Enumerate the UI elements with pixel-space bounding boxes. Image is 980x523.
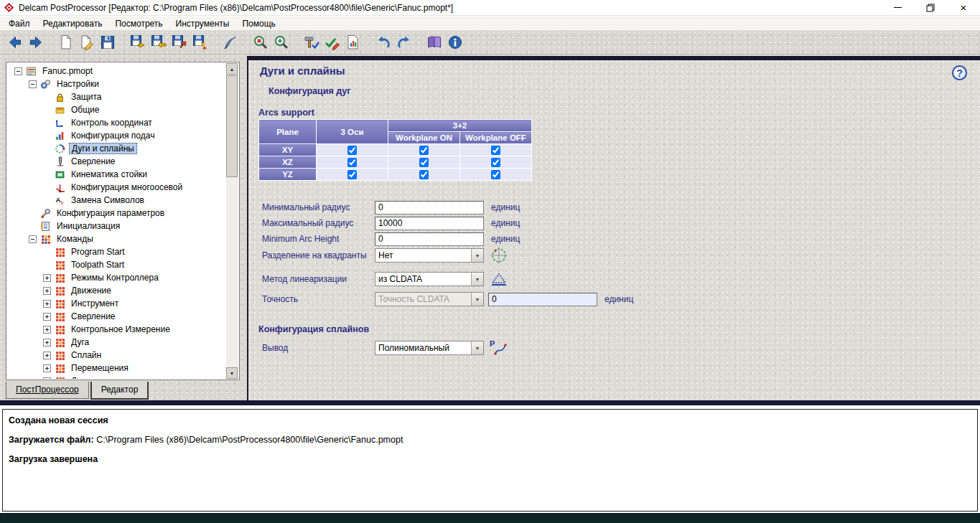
- document-edit-button[interactable]: [76, 33, 97, 52]
- tree-item[interactable]: Кинематика стойки: [7, 168, 226, 181]
- tree-item[interactable]: Общие: [7, 103, 226, 116]
- arc-support-checkbox[interactable]: [491, 158, 500, 167]
- transfer-file-button[interactable]: [190, 33, 210, 52]
- tree-item[interactable]: Настройки: [7, 77, 226, 90]
- arc-support-checkbox[interactable]: [419, 158, 429, 167]
- plus-expander[interactable]: [43, 300, 51, 308]
- toolbar-separator: [291, 34, 301, 51]
- tree-scrollbar[interactable]: ▲ ▼: [226, 63, 238, 379]
- forward-button[interactable]: [25, 33, 46, 52]
- tree-item[interactable]: Сверление: [7, 310, 226, 323]
- export-file-button[interactable]: [169, 33, 190, 52]
- tree-item[interactable]: Другие: [7, 374, 226, 379]
- tree-item[interactable]: Замена Символов: [7, 194, 226, 207]
- arc-support-checkbox[interactable]: [419, 170, 429, 179]
- tree-item[interactable]: Защита: [7, 90, 226, 103]
- menu-bar: ФайлРедактироватьПосмотретьИнструментыПо…: [0, 17, 980, 31]
- min-arc-height-input[interactable]: [375, 232, 484, 246]
- tools-apply-button[interactable]: [301, 33, 322, 52]
- tree-item[interactable]: Контрольное Измерение: [7, 323, 226, 336]
- tree-item[interactable]: Сверление: [7, 155, 226, 168]
- minimize-button[interactable]: [881, 0, 914, 15]
- preview-small-button[interactable]: [250, 33, 271, 52]
- plus-expander[interactable]: [43, 326, 51, 334]
- scroll-down-button[interactable]: ▼: [226, 367, 238, 379]
- expander-spacer: [43, 119, 51, 127]
- tree-item[interactable]: Program Start: [7, 245, 226, 258]
- tree-item[interactable]: Конфигурация параметров: [7, 207, 226, 220]
- menu-item[interactable]: Инструменты: [169, 17, 236, 30]
- menu-item[interactable]: Посмотреть: [108, 17, 169, 30]
- tree-item[interactable]: Дуги и сплайны: [7, 142, 226, 155]
- plus-expander[interactable]: [43, 339, 51, 347]
- tree-item[interactable]: Сплайн: [7, 349, 226, 362]
- tree-item[interactable]: Контроль координат: [7, 116, 226, 129]
- tree-item[interactable]: Fanuc.pmopt: [7, 65, 226, 77]
- arcs-support-table: Plane 3 Оси 3+2 Workplane ON Workplane O…: [258, 119, 532, 181]
- tolerance-value-input[interactable]: [488, 293, 597, 306]
- minus-expander[interactable]: [14, 67, 22, 75]
- tab-editor[interactable]: Редактор: [90, 382, 149, 400]
- plus-expander[interactable]: [43, 313, 51, 321]
- scrollbar-thumb[interactable]: [226, 75, 238, 177]
- restore-icon: [926, 4, 935, 12]
- plus-expander[interactable]: [43, 274, 51, 282]
- tree-item[interactable]: Команды: [7, 232, 226, 245]
- arc-support-checkbox[interactable]: [419, 146, 429, 155]
- tree-item[interactable]: Toolpath Start: [7, 258, 226, 271]
- min-radius-input[interactable]: [375, 201, 484, 215]
- menu-item[interactable]: Помощь: [235, 17, 281, 30]
- close-button[interactable]: ×: [947, 0, 980, 15]
- write-file-button[interactable]: [220, 33, 241, 52]
- quadrant-split-select[interactable]: Нет ▼: [375, 248, 484, 263]
- new-document-button[interactable]: [55, 33, 76, 52]
- tree-item[interactable]: Инициализация: [7, 220, 226, 232]
- minus-expander[interactable]: [29, 80, 37, 88]
- linearization-select[interactable]: из CLDATA ▼: [375, 272, 484, 286]
- plus-expander[interactable]: [43, 364, 51, 372]
- tab-postprocessor[interactable]: ПостПроцессор: [6, 382, 89, 399]
- arc-support-checkbox[interactable]: [347, 170, 357, 179]
- minus-expander[interactable]: [29, 235, 37, 243]
- tree-item[interactable]: Конфигурация многоосевой: [7, 181, 226, 194]
- tree-item[interactable]: Инструмент: [7, 297, 226, 310]
- arc-support-checkbox[interactable]: [347, 158, 357, 167]
- units-label: единиц: [491, 202, 520, 212]
- tree-item[interactable]: Перемещения: [7, 362, 226, 374]
- tree-item[interactable]: Режимы Контроллера: [7, 271, 226, 284]
- help-button[interactable]: ?: [952, 65, 967, 80]
- arc-support-checkbox[interactable]: [491, 170, 500, 179]
- tree-item[interactable]: Конфигурация подач: [7, 129, 226, 142]
- expander-spacer: [29, 209, 37, 217]
- tree-item-label: Дуги и сплайны: [69, 143, 137, 154]
- check-edit-button[interactable]: [322, 33, 342, 52]
- plus-expander[interactable]: [43, 352, 51, 359]
- preview-large-button[interactable]: [271, 33, 291, 52]
- drilling-icon: [55, 156, 65, 167]
- plus-expander[interactable]: [43, 377, 51, 380]
- redo-button[interactable]: [393, 33, 414, 52]
- units-label: единиц: [491, 218, 520, 228]
- maximize-button[interactable]: [914, 0, 947, 15]
- undo-button[interactable]: [373, 33, 393, 52]
- multiaxis-icon: [55, 182, 65, 193]
- max-radius-input[interactable]: [375, 217, 484, 230]
- scroll-up-button[interactable]: ▲: [226, 63, 238, 75]
- tree-item[interactable]: Движение: [7, 284, 226, 297]
- manual-book-button[interactable]: [424, 33, 444, 52]
- save-document-button[interactable]: [97, 33, 118, 52]
- back-button[interactable]: [4, 33, 25, 52]
- report-document-button[interactable]: [342, 33, 363, 52]
- menu-item[interactable]: Редактировать: [37, 17, 109, 30]
- plus-expander[interactable]: [43, 287, 51, 295]
- tolerance-source-select[interactable]: Точность CLDATA ▼: [375, 292, 484, 306]
- arc-support-checkbox[interactable]: [347, 146, 357, 155]
- import-file-icon: [150, 34, 167, 51]
- about-info-button[interactable]: [444, 33, 465, 52]
- save-session-button[interactable]: [127, 33, 148, 52]
- spline-output-select[interactable]: Полиномиальный ▼: [375, 341, 484, 355]
- import-file-button[interactable]: [148, 33, 169, 52]
- menu-item[interactable]: Файл: [2, 17, 37, 30]
- tree-item[interactable]: Дуга: [7, 336, 226, 349]
- arc-support-checkbox[interactable]: [491, 146, 500, 155]
